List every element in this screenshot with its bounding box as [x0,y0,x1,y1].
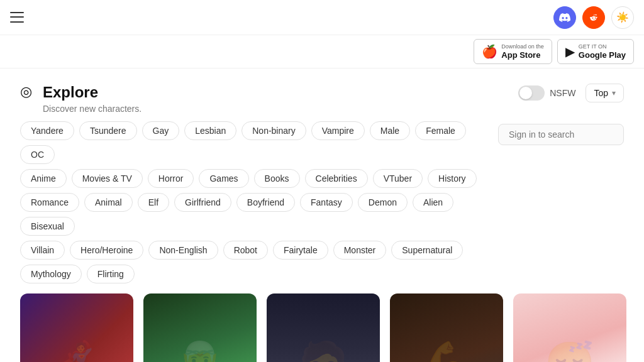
tag-chip[interactable]: Romance [20,193,79,212]
tags-columns: YandereTsundereGayLesbianNon-binaryVampi… [20,121,488,283]
cards-section: 🦸 🧝 🧑 💪 😴 [0,283,644,362]
tag-chip[interactable]: Robot [223,241,268,260]
top-navbar: ☀️ [0,0,644,35]
tag-chip[interactable]: Non-binary [242,121,306,140]
tag-chip[interactable]: Books [254,169,300,188]
tag-chip[interactable]: Horror [148,169,194,188]
tag-chip[interactable]: Female [415,121,466,140]
card-3-figure: 🧑 [267,293,380,362]
tag-chip[interactable]: Mythology [20,265,82,283]
app-store-text: Download on the App Store [501,43,544,60]
tag-chip[interactable]: Bisexual [20,217,75,236]
character-card-1[interactable]: 🦸 [20,293,133,362]
tag-chip[interactable]: Tsundere [79,121,137,140]
compass-icon: ◎ [20,84,38,101]
explore-controls: NSFW Top ▾ [518,84,624,102]
character-card-4[interactable]: 💪 [390,293,503,362]
character-card-5[interactable]: 😴 [513,293,626,362]
top-dropdown-label: Top [594,88,608,98]
tag-chip[interactable]: Supernatural [391,241,463,260]
tag-chip[interactable]: VTuber [373,169,423,188]
tags-search-wrapper: YandereTsundereGayLesbianNon-binaryVampi… [0,121,644,283]
tag-chip[interactable]: Hero/Heroine [70,241,143,260]
tag-chip[interactable]: Anime [20,169,67,188]
explore-title: Explore [43,84,98,101]
tag-chip[interactable]: Girlfriend [174,193,231,212]
card-2-figure: 🧝 [143,293,257,362]
tag-chip[interactable]: Non-English [148,241,218,260]
google-play-icon: ▶ [565,44,575,59]
tag-chip[interactable]: Male [370,121,410,140]
card-1-figure: 🦸 [20,293,133,362]
explore-title-area: ◎ Explore Discover new characters. [20,84,142,114]
character-card-2[interactable]: 🧝 [143,293,257,362]
tag-row-1: YandereTsundereGayLesbianNon-binaryVampi… [20,121,488,164]
discord-button[interactable] [553,6,576,29]
card-5-figure: 😴 [513,293,626,362]
tag-chip[interactable]: Villain [20,241,65,260]
search-input[interactable] [498,124,624,145]
navbar-right: ☀️ [553,6,634,29]
nsfw-toggle[interactable] [518,85,545,101]
tag-chip[interactable]: Demon [358,193,408,212]
chevron-down-icon: ▾ [612,89,616,97]
card-4-figure: 💪 [390,293,503,362]
reddit-icon [588,12,599,23]
reddit-button[interactable] [582,6,605,29]
tag-chip[interactable]: Flirting [87,265,135,283]
tag-chip[interactable]: Alien [413,193,453,212]
menu-button[interactable] [10,11,24,25]
tag-row-3: RomanceAnimalElfGirlfriendBoyfriendFanta… [20,193,488,236]
theme-toggle-button[interactable]: ☀️ [611,6,634,29]
explore-title-row: ◎ Explore [20,84,142,101]
top-dropdown[interactable]: Top ▾ [586,84,624,102]
toggle-thumb [519,87,532,99]
google-play-badge[interactable]: ▶ GET IT ON Google Play [557,39,634,64]
tag-chip[interactable]: Celebrities [305,169,368,188]
tag-chip[interactable]: Boyfriend [236,193,295,212]
tag-chip[interactable]: Yandere [20,121,74,140]
tag-chip[interactable]: Monster [333,241,387,260]
tag-chip[interactable]: Elf [138,193,169,212]
tag-chip[interactable]: History [428,169,477,188]
nsfw-toggle-area: NSFW [518,85,575,101]
explore-subtitle: Discover new characters. [43,104,142,114]
tag-chip[interactable]: OC [20,145,55,164]
tag-chip[interactable]: Movies & TV [72,169,143,188]
store-badges-row: 🍎 Download on the App Store ▶ GET IT ON … [0,35,644,69]
tag-chip[interactable]: Vampire [311,121,365,140]
tag-chip[interactable]: Fantasy [300,193,353,212]
tag-row-2: AnimeMovies & TVHorrorGamesBooksCelebrit… [20,169,488,188]
tag-chip[interactable]: Gay [142,121,180,140]
google-play-text: GET IT ON Google Play [579,43,626,60]
character-card-3[interactable]: 🧑 [267,293,380,362]
navbar-left [10,11,24,25]
tag-chip[interactable]: Fairytale [273,241,328,260]
tag-chip[interactable]: Animal [84,193,133,212]
discord-icon [559,13,570,22]
tag-chip[interactable]: Lesbian [184,121,236,140]
nsfw-label: NSFW [550,88,575,98]
tag-chip[interactable]: Games [199,169,248,188]
app-store-badge[interactable]: 🍎 Download on the App Store [474,39,552,64]
apple-icon: 🍎 [482,44,497,59]
tag-row-4: VillainHero/HeroineNon-EnglishRobotFairy… [20,241,488,260]
tag-row-5: MythologyFlirting [20,265,488,283]
explore-header: ◎ Explore Discover new characters. NSFW … [0,69,644,121]
search-area [498,121,624,145]
